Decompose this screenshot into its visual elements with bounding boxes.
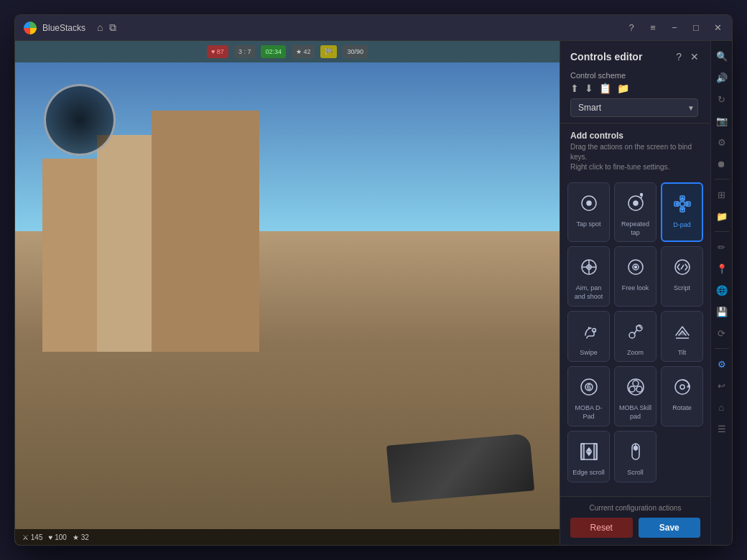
controls-grid: Tap spot Repeated tap: [567, 182, 703, 482]
scheme-select[interactable]: Smart Default Custom: [570, 98, 698, 117]
strip-apps-icon[interactable]: ☰: [713, 419, 731, 438]
swipe-icon: [576, 319, 602, 345]
strip-settings-icon[interactable]: ⚙: [713, 133, 731, 151]
main-area: ♥ 87 3 : 7 02:34 ★ 42 🏁 30/90: [15, 41, 732, 545]
control-d-pad[interactable]: D-pad: [661, 182, 703, 242]
add-controls-section: Add controls Drag the actions on the scr…: [560, 123, 710, 177]
scheme-download-icon[interactable]: ⬇: [585, 83, 593, 94]
svg-marker-39: [587, 448, 591, 451]
scroll-icon: [623, 439, 649, 465]
free-look-label: Free look: [622, 284, 649, 293]
hud-score1: 3 : 7: [234, 45, 256, 58]
control-scroll[interactable]: Scroll: [614, 431, 656, 482]
zoom-icon: [623, 319, 649, 345]
control-zoom[interactable]: Zoom: [614, 311, 656, 363]
svg-point-35: [680, 385, 685, 389]
strip-edit-icon[interactable]: ✏: [713, 238, 731, 256]
svg-marker-11: [681, 209, 683, 210]
game-hud: ♥ 87 3 : 7 02:34 ★ 42 🏁 30/90: [15, 41, 560, 62]
strip-divider-1: [715, 179, 729, 179]
svg-marker-40: [587, 452, 591, 455]
controls-grid-scroll[interactable]: Tap spot Repeated tap: [560, 177, 710, 496]
add-controls-desc: Drag the actions on the screen to bind k…: [570, 142, 700, 172]
control-free-look[interactable]: Free look: [614, 246, 656, 306]
strip-divider-2: [715, 231, 729, 232]
svg-line-22: [681, 265, 684, 269]
control-rotate[interactable]: Rotate: [661, 366, 703, 426]
tilt-label: Tilt: [678, 349, 687, 358]
tilt-icon: [669, 319, 695, 345]
strip-layers-icon[interactable]: ⊞: [713, 185, 731, 204]
control-repeated-tap[interactable]: Repeated tap: [614, 182, 656, 242]
controls-sidebar: Controls editor ? ✕ Control scheme ⬆ ⬇ 📋…: [560, 41, 710, 545]
tap-spot-icon: [576, 190, 602, 216]
svg-marker-10: [681, 197, 683, 199]
strip-search-icon[interactable]: 🔍: [713, 47, 731, 65]
add-controls-title: Add controls: [570, 131, 700, 141]
strip-volume-icon[interactable]: 🔊: [713, 68, 731, 87]
svg-point-4: [640, 194, 642, 196]
hud-flag: 🏁: [320, 45, 337, 58]
building-3: [152, 111, 259, 376]
close-button[interactable]: ✕: [712, 22, 723, 33]
aim-pan-shoot-icon: [576, 254, 602, 280]
moba-skill-pad-label: MOBA Skill pad: [618, 404, 653, 421]
strip-folder-icon[interactable]: 📁: [713, 207, 731, 225]
strip-globe-icon[interactable]: 🌐: [713, 281, 731, 299]
control-moba-skill-pad[interactable]: MOBA Skill pad: [614, 366, 656, 426]
controls-footer: Current configuration actions Reset Save: [560, 496, 710, 545]
control-tilt[interactable]: Tilt: [661, 311, 703, 363]
rotate-label: Rotate: [672, 404, 692, 413]
svg-point-43: [634, 446, 637, 449]
scheme-folder-icon[interactable]: 📁: [617, 83, 629, 94]
control-tap-spot[interactable]: Tap spot: [567, 182, 610, 242]
svg-rect-9: [680, 202, 685, 206]
tap-spot-label: Tap spot: [576, 220, 600, 229]
minimize-button[interactable]: −: [669, 22, 680, 33]
controls-help-icon[interactable]: ?: [674, 50, 683, 64]
reset-button[interactable]: Reset: [570, 518, 633, 538]
strip-controls-icon[interactable]: ⚙: [713, 355, 731, 373]
rotate-icon: [669, 374, 695, 400]
building-2: [97, 135, 154, 352]
strip-refresh-icon[interactable]: ⟳: [713, 324, 731, 342]
title-bar: BlueStacks ⌂ ⧉ ? ≡ − □ ✕: [15, 15, 732, 41]
strip-pin-icon[interactable]: 📍: [713, 259, 731, 278]
scheme-icons-row: ⬆ ⬇ 📋 📁: [570, 83, 700, 94]
help-button[interactable]: ?: [626, 22, 637, 33]
strip-back-icon[interactable]: ↩: [713, 376, 731, 395]
scheme-copy-icon[interactable]: 📋: [599, 83, 611, 94]
menu-button[interactable]: ≡: [647, 22, 659, 33]
save-button[interactable]: Save: [639, 518, 701, 538]
d-pad-icon: [669, 191, 695, 217]
control-swipe[interactable]: Swipe: [567, 311, 610, 363]
moba-skill-pad-icon: [623, 374, 649, 400]
controls-close-icon[interactable]: ✕: [689, 50, 700, 64]
strip-home-icon[interactable]: ⌂: [713, 398, 731, 416]
strip-rotate-icon[interactable]: ↻: [713, 90, 731, 108]
edge-scroll-label: Edge scroll: [572, 469, 605, 477]
control-moba-d-pad[interactable]: 6 MOBA D-Pad: [567, 366, 610, 426]
icon-strip: 🔍 🔊 ↻ 📷 ⚙ ⏺ ⊞ 📁 ✏ 📍 🌐 💾 ⟳ ⚙ ↩ ⌂ ☰: [710, 41, 732, 545]
copy-icon[interactable]: ⧉: [109, 22, 116, 34]
control-edge-scroll[interactable]: Edge scroll: [567, 431, 610, 482]
status-kills: ⚔ 145: [22, 533, 42, 541]
controls-header: Controls editor ? ✕ Control scheme ⬆ ⬇ 📋…: [560, 41, 710, 123]
control-script[interactable]: Script: [661, 246, 703, 306]
app-name: BlueStacks: [42, 23, 85, 33]
status-score: ★ 32: [73, 533, 89, 541]
strip-screenshot-icon[interactable]: 📷: [713, 111, 731, 130]
svg-marker-12: [676, 203, 677, 205]
edge-scroll-icon: [576, 439, 602, 465]
hud-ammo: 30/90: [343, 45, 368, 58]
strip-record-icon[interactable]: ⏺: [713, 154, 731, 173]
game-viewport: ♥ 87 3 : 7 02:34 ★ 42 🏁 30/90: [15, 41, 560, 545]
hud-health: ♥ 87: [207, 45, 228, 58]
scheme-upload-icon[interactable]: ⬆: [570, 83, 579, 94]
svg-marker-13: [687, 203, 689, 205]
control-aim-pan-shoot[interactable]: Aim, pan and shoot: [567, 246, 610, 306]
maximize-button[interactable]: □: [690, 22, 702, 33]
script-icon: [669, 254, 695, 280]
home-icon[interactable]: ⌂: [97, 22, 103, 34]
strip-backup-icon[interactable]: 💾: [713, 302, 731, 321]
